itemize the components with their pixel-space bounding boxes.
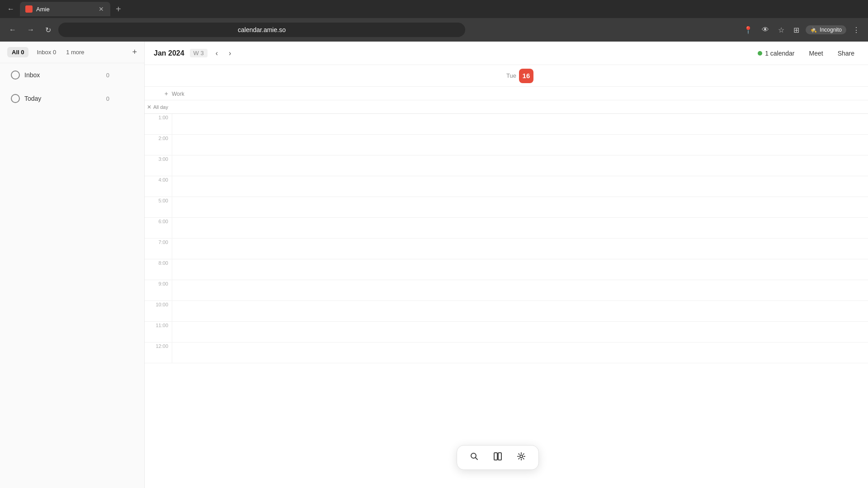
- incognito-label: Incognito: [820, 27, 842, 33]
- svg-line-1: [476, 458, 478, 460]
- day-col-header: Tue 16: [172, 69, 868, 83]
- next-week-button[interactable]: ›: [226, 47, 234, 59]
- sidebar: All 0 Inbox 0 1 more + Inbox 0 + ••• Tod…: [0, 42, 145, 488]
- time-label-100: 1:00: [145, 114, 172, 134]
- week-badge: W 3: [190, 49, 208, 57]
- time-label-600: 6:00: [145, 218, 172, 238]
- time-slot-1200[interactable]: [172, 343, 868, 363]
- time-label-1000: 10:00: [145, 301, 172, 321]
- filter-inbox[interactable]: Inbox 0: [32, 47, 61, 57]
- time-slot-600[interactable]: [172, 218, 868, 238]
- bookmark-icon[interactable]: ☆: [775, 24, 787, 36]
- day-name: Tue: [506, 72, 516, 79]
- calendar-color-dot: [758, 51, 762, 56]
- eye-icon[interactable]: 👁: [759, 24, 772, 36]
- time-slot-1000[interactable]: [172, 301, 868, 321]
- time-row-600: 6:00: [145, 218, 868, 239]
- incognito-badge: 🕵 Incognito: [806, 25, 846, 34]
- time-slot-500[interactable]: [172, 197, 868, 217]
- prev-week-button[interactable]: ‹: [213, 47, 221, 59]
- work-add-button[interactable]: +: [165, 90, 168, 97]
- today-add-btn[interactable]: +: [114, 94, 121, 103]
- extensions-icon[interactable]: ⊞: [791, 24, 802, 36]
- sidebar-add-button[interactable]: +: [132, 47, 137, 57]
- time-row-800: 8:00: [145, 259, 868, 280]
- calendar-area: Jan 2024 W 3 ‹ › 1 calendar Meet Share T…: [145, 42, 868, 488]
- tab-favicon: [25, 5, 33, 13]
- browser-tab-amie[interactable]: Amie ✕: [20, 2, 110, 16]
- svg-point-4: [520, 455, 523, 458]
- reload-button[interactable]: ↻: [42, 23, 55, 37]
- month-label: Jan 2024: [154, 49, 184, 57]
- time-grid: 1:00 2:00 3:00 4:00 5:00 6:00: [145, 114, 868, 488]
- meet-button[interactable]: Meet: [805, 48, 828, 59]
- sidebar-section-today: Today 0 + •••: [0, 87, 144, 110]
- calendar-count-label: 1 calendar: [765, 50, 794, 57]
- incognito-icon: 🕵: [810, 27, 817, 33]
- time-row-700: 7:00: [145, 239, 868, 259]
- time-slot-700[interactable]: [172, 239, 868, 259]
- time-label-500: 5:00: [145, 197, 172, 217]
- today-count: 0: [106, 95, 109, 102]
- time-row-200: 2:00: [145, 135, 868, 155]
- calendar-indicator[interactable]: 1 calendar: [753, 48, 799, 59]
- back-button[interactable]: ←: [5, 23, 20, 37]
- svg-rect-2: [494, 453, 497, 460]
- time-row-1200: 12:00: [145, 343, 868, 363]
- sidebar-header: All 0 Inbox 0 1 more +: [0, 42, 144, 63]
- location-icon[interactable]: 📍: [741, 24, 755, 36]
- time-slot-400[interactable]: [172, 176, 868, 197]
- filter-more[interactable]: 1 more: [66, 49, 84, 56]
- layout-icon: [493, 452, 502, 461]
- filter-all[interactable]: All 0: [7, 47, 28, 57]
- allday-row: ✕ All day: [145, 100, 868, 114]
- inbox-more-btn[interactable]: •••: [123, 70, 133, 80]
- sidebar-item-inbox[interactable]: Inbox 0 + •••: [7, 68, 137, 82]
- work-label: +: [145, 90, 172, 97]
- time-slot-900[interactable]: [172, 280, 868, 300]
- time-slot-100[interactable]: [172, 114, 868, 134]
- time-row-900: 9:00: [145, 280, 868, 301]
- tab-close-button[interactable]: ✕: [98, 5, 105, 13]
- day-number: 16: [519, 69, 533, 83]
- time-label-900: 9:00: [145, 280, 172, 300]
- bottom-toolbar: [457, 445, 539, 470]
- time-slot-800[interactable]: [172, 259, 868, 280]
- share-button[interactable]: Share: [833, 48, 859, 59]
- tab-history-back[interactable]: ←: [4, 2, 18, 16]
- today-more-btn[interactable]: •••: [123, 94, 133, 103]
- inbox-label: Inbox: [24, 71, 102, 79]
- browser-tabs: ← Amie ✕ +: [0, 0, 868, 18]
- time-row-400: 4:00: [145, 176, 868, 197]
- sidebar-item-today[interactable]: Today 0 + •••: [7, 91, 137, 106]
- allday-toggle[interactable]: ✕: [147, 104, 151, 110]
- menu-icon[interactable]: ⋮: [850, 24, 863, 36]
- time-row-300: 3:00: [145, 155, 868, 176]
- time-slot-300[interactable]: [172, 155, 868, 176]
- inbox-count: 0: [106, 72, 109, 79]
- search-toolbar-button[interactable]: [468, 450, 481, 465]
- time-label-200: 2:00: [145, 135, 172, 155]
- today-label: Today: [24, 95, 102, 102]
- time-row-500: 5:00: [145, 197, 868, 218]
- layout-toolbar-button[interactable]: [491, 450, 504, 465]
- calendar-header-right: 1 calendar Meet Share: [753, 48, 859, 59]
- work-row: + Work: [145, 87, 868, 100]
- inbox-add-btn[interactable]: +: [114, 70, 121, 80]
- toolbar-icons: 📍 👁 ☆ ⊞ 🕵 Incognito ⋮: [741, 24, 863, 36]
- new-tab-button[interactable]: +: [112, 2, 125, 16]
- time-label-800: 8:00: [145, 259, 172, 280]
- address-bar[interactable]: [58, 23, 465, 37]
- forward-button[interactable]: →: [24, 23, 38, 37]
- time-slot-1100[interactable]: [172, 322, 868, 342]
- work-content: Work: [172, 89, 868, 98]
- work-text: Work: [172, 91, 184, 97]
- settings-toolbar-button[interactable]: [515, 450, 528, 465]
- search-icon: [470, 452, 479, 461]
- browser-chrome: ← Amie ✕ + ← → ↻ 📍 👁 ☆ ⊞ 🕵 Incognito ⋮: [0, 0, 868, 42]
- tab-title: Amie: [36, 6, 94, 13]
- allday-label: ✕ All day: [145, 104, 172, 110]
- inbox-icon: [11, 70, 20, 80]
- calendar-header: Jan 2024 W 3 ‹ › 1 calendar Meet Share: [145, 42, 868, 65]
- time-slot-200[interactable]: [172, 135, 868, 155]
